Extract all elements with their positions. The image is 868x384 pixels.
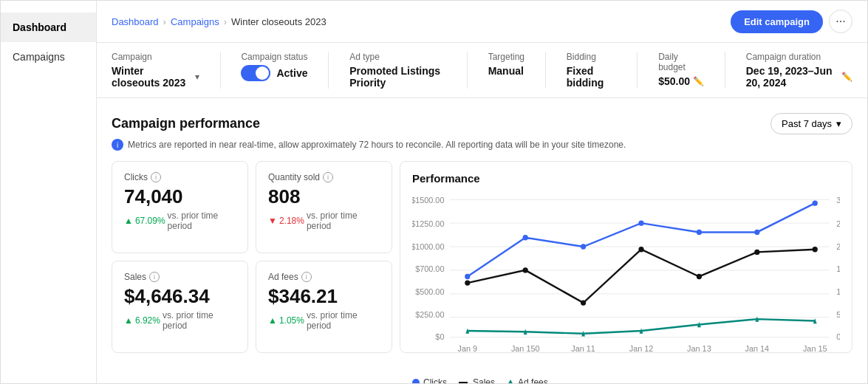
divider-2 — [328, 52, 329, 89]
campaign-status-group: Campaign status Active — [241, 52, 307, 81]
sidebar-item-campaigns[interactable]: Campaigns — [1, 42, 96, 72]
divider-3 — [467, 52, 468, 89]
svg-point-31 — [638, 220, 643, 225]
svg-text:Jan 14: Jan 14 — [745, 344, 770, 353]
svg-text:Jan 11: Jan 11 — [571, 344, 595, 353]
campaign-name-group: Campaign Winter closeouts 2023 ▾ — [112, 52, 199, 89]
svg-text:20,000: 20,000 — [836, 242, 840, 251]
legend-clicks: Clicks — [412, 377, 447, 383]
edit-campaign-button[interactable]: Edit campaign — [731, 10, 823, 33]
duration-edit-icon[interactable]: ✏️ — [841, 72, 852, 82]
adfees-info-icon[interactable]: i — [301, 272, 312, 282]
targeting-label: Targeting — [488, 52, 524, 62]
bidding-label: Bidding — [567, 52, 617, 62]
sales-line — [468, 250, 815, 303]
metrics-cards: Clicks i 74,040 ▲ 67.09% vs. prior time … — [112, 161, 392, 353]
chart-title: Performance — [412, 172, 840, 185]
duration-label: Campaign duration — [746, 52, 852, 62]
adtype-label: Ad type — [349, 52, 446, 62]
chart-area: $1500.00 $1250.00 $1000.00 $700.00 $500.… — [412, 191, 840, 371]
breadcrumb-campaigns[interactable]: Campaigns — [171, 16, 219, 27]
budget-group: Daily budget $50.00 ✏️ — [658, 52, 704, 87]
legend-sales: Sales — [459, 377, 495, 383]
metric-card-quantity-sold: Quantity sold i 808 ▼ 2.18% vs. prior ti… — [256, 161, 392, 253]
status-toggle[interactable] — [241, 65, 270, 81]
legend-label-clicks: Clicks — [423, 377, 447, 383]
svg-text:30,000: 30,000 — [836, 196, 840, 205]
divider-5 — [637, 52, 638, 89]
legend-adfees: Ad fees — [507, 377, 548, 383]
svg-text:15,000: 15,000 — [836, 264, 840, 273]
qty-info-icon[interactable]: i — [323, 172, 333, 182]
qty-change: ▼ 2.18% vs. prior time period — [268, 210, 380, 231]
svg-text:$0: $0 — [435, 332, 444, 341]
campaign-name: Winter closeouts 2023 — [112, 65, 191, 89]
status-value: Active — [276, 67, 307, 79]
svg-text:$700.00: $700.00 — [415, 264, 444, 273]
chart-legend: Clicks Sales Ad fees — [412, 377, 840, 383]
svg-point-28 — [465, 274, 470, 279]
adtype-group: Ad type Promoted Listings Priority — [349, 52, 446, 89]
clicks-info-icon[interactable]: i — [151, 172, 161, 182]
qty-value: 808 — [268, 187, 380, 206]
sidebar-item-dashboard[interactable]: Dashboard — [1, 13, 96, 42]
targeting-group: Targeting Manual — [488, 52, 524, 77]
bidding-group: Bidding Fixed bidding — [567, 52, 617, 89]
more-options-button[interactable]: ··· — [829, 10, 852, 33]
budget-label: Daily budget — [658, 52, 704, 72]
up-arrow-icon-2: ▲ — [124, 315, 133, 326]
svg-text:10,000: 10,000 — [836, 287, 840, 296]
status-label: Campaign status — [241, 52, 307, 62]
breadcrumb-sep-1: › — [163, 16, 166, 27]
sales-label: Sales i — [124, 272, 236, 282]
svg-text:Jan 12: Jan 12 — [629, 344, 654, 353]
svg-point-41 — [813, 247, 818, 252]
breadcrumb-dashboard[interactable]: Dashboard — [112, 16, 159, 27]
legend-dot-clicks — [412, 379, 420, 383]
sales-info-icon[interactable]: i — [149, 272, 160, 282]
sidebar: Dashboard Campaigns — [1, 1, 97, 383]
svg-point-30 — [581, 244, 586, 249]
chevron-down-icon[interactable]: ▾ — [195, 72, 199, 82]
toggle-knob — [256, 66, 269, 80]
performance-title: Campaign performance — [112, 116, 260, 131]
divider-1 — [220, 52, 221, 89]
divider-4 — [545, 52, 546, 89]
clicks-label: Clicks i — [124, 172, 236, 182]
budget-edit-icon[interactable]: ✏️ — [693, 76, 704, 86]
status-toggle-row: Active — [241, 65, 307, 81]
campaign-meta-bar: Campaign Winter closeouts 2023 ▾ Campaig… — [97, 43, 867, 98]
topnav: Dashboard › Campaigns › Winter closeouts… — [97, 1, 867, 43]
svg-point-33 — [754, 230, 759, 235]
svg-point-29 — [523, 235, 528, 240]
svg-point-32 — [697, 230, 702, 235]
svg-text:$1000.00: $1000.00 — [412, 242, 444, 251]
legend-triangle-adfees — [507, 380, 514, 383]
main-content: Dashboard › Campaigns › Winter closeouts… — [97, 1, 867, 383]
svg-text:5,000: 5,000 — [836, 310, 840, 319]
duration-group: Campaign duration Dec 19, 2023–Jun 20, 2… — [746, 52, 852, 89]
info-row: i Metrics are reported in near real-time… — [112, 139, 852, 151]
bidding-value: Fixed bidding — [567, 65, 617, 89]
svg-text:0: 0 — [836, 332, 840, 341]
svg-point-38 — [638, 247, 643, 252]
breadcrumb: Dashboard › Campaigns › Winter closeouts… — [112, 16, 327, 27]
svg-text:Jan 150: Jan 150 — [511, 344, 540, 353]
clicks-change: ▲ 67.09% vs. prior time period — [124, 210, 236, 231]
topnav-actions: Edit campaign ··· — [731, 10, 852, 33]
svg-point-34 — [813, 200, 818, 205]
metric-card-sales: Sales i $4,646.34 ▲ 6.92% vs. prior time… — [112, 261, 248, 353]
svg-point-39 — [697, 274, 702, 279]
performance-chart-card: Performance $1500.00 $1250.00 $1000.00 $… — [400, 161, 852, 353]
svg-text:Jan 13: Jan 13 — [687, 344, 711, 353]
date-filter-label: Past 7 days — [782, 118, 832, 129]
svg-text:$250.00: $250.00 — [415, 310, 444, 319]
chart-svg: $1500.00 $1250.00 $1000.00 $700.00 $500.… — [412, 191, 840, 371]
up-arrow-icon-3: ▲ — [268, 315, 277, 326]
up-arrow-icon: ▲ — [124, 216, 133, 226]
date-filter-button[interactable]: Past 7 days ▾ — [770, 113, 852, 134]
adfees-value: $346.21 — [268, 287, 380, 306]
campaign-name-row: Winter closeouts 2023 ▾ — [112, 65, 199, 89]
svg-point-36 — [523, 267, 528, 272]
svg-text:Jan 9: Jan 9 — [458, 344, 478, 353]
